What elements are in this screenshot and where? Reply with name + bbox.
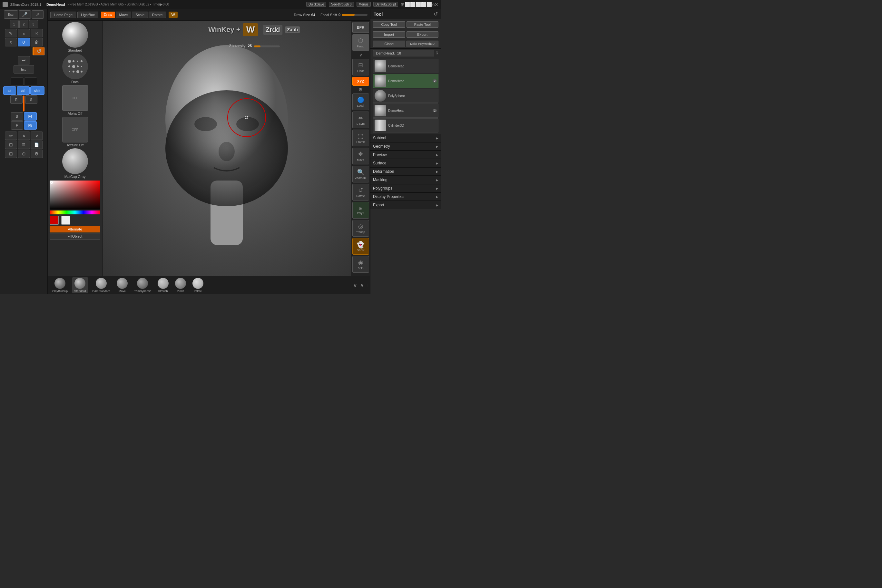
- secondary-swatch[interactable]: [61, 216, 70, 225]
- quicksave-button[interactable]: QuickSave: [306, 2, 326, 7]
- key-win[interactable]: ⊞: [5, 150, 17, 158]
- floor-button[interactable]: ⊟ Floor: [352, 58, 369, 75]
- key-r[interactable]: R: [31, 29, 43, 38]
- brush-claybuildup[interactable]: ClayBuildup: [50, 277, 70, 293]
- subtool-demohead-3[interactable]: DemoHead 2: [373, 104, 438, 118]
- frame-button[interactable]: ⬚ Frame: [352, 130, 369, 146]
- export-button[interactable]: Export: [406, 31, 439, 38]
- standard-brush-item[interactable]: Standard: [49, 22, 101, 52]
- rotate-button[interactable]: Rotate: [148, 12, 166, 18]
- key-chevdn[interactable]: ∨: [31, 132, 43, 140]
- tool-refresh-icon[interactable]: ↺: [434, 11, 438, 17]
- scroll-up-icon[interactable]: ∧: [360, 282, 364, 289]
- home-page-button[interactable]: Home Page: [50, 12, 76, 18]
- key-chevup[interactable]: ∧: [18, 132, 30, 140]
- dots-brush-item[interactable]: Dots: [49, 54, 101, 84]
- alpha-off-item[interactable]: OFF Alpha Off: [49, 85, 101, 116]
- solo-button[interactable]: ◉ Solo: [352, 256, 369, 273]
- brush-pinch[interactable]: Pinch: [173, 277, 188, 293]
- key-trash[interactable]: 🗑: [31, 38, 43, 46]
- polygroups-section[interactable]: Polygroups ▶: [370, 184, 441, 192]
- key-3[interactable]: 3: [29, 20, 38, 28]
- preview-section[interactable]: Preview ▶: [370, 150, 441, 159]
- import-button[interactable]: Import: [373, 31, 405, 38]
- primary-swatch[interactable]: [50, 216, 58, 225]
- mic-key[interactable]: 🎤: [19, 10, 31, 19]
- subtool-section[interactable]: Subtool ▶: [370, 134, 441, 142]
- focal-shift-slider[interactable]: [342, 14, 368, 16]
- brush-standard[interactable]: Standard: [72, 277, 88, 293]
- subtool-demohead-2[interactable]: DemoHead 2: [373, 74, 438, 88]
- overlay-w[interactable]: W: [169, 12, 177, 18]
- brush-move[interactable]: Move: [115, 277, 130, 293]
- rotate-view-button[interactable]: ↺ Rotate: [352, 184, 369, 201]
- subtool-demohead-1[interactable]: DemoHead: [373, 59, 438, 73]
- subtool-polysphere[interactable]: PolySphere: [373, 88, 438, 103]
- key-undo[interactable]: ↩: [18, 56, 30, 64]
- tool-reset-button[interactable]: R: [435, 51, 438, 56]
- key-1[interactable]: 1: [10, 20, 19, 28]
- lsym-button[interactable]: ⇔ L Sym: [352, 111, 369, 128]
- polyf-button[interactable]: ⊞ PolyF: [352, 202, 369, 219]
- color-picker-section[interactable]: Alternate FillObject: [49, 180, 101, 240]
- surface-section[interactable]: Surface ▶: [370, 159, 441, 167]
- bpr-button[interactable]: BPR: [352, 22, 369, 33]
- key-share[interactable]: ⊟: [5, 141, 17, 149]
- esc-key[interactable]: Esc: [4, 10, 18, 19]
- masking-section[interactable]: Masking ▶: [370, 176, 441, 184]
- key-file[interactable]: 📄: [31, 141, 43, 149]
- arrow-key[interactable]: ↗: [32, 10, 44, 19]
- key-esc2[interactable]: Esc: [14, 65, 34, 74]
- deformation-section[interactable]: Deformation ▶: [370, 167, 441, 176]
- color-gradient[interactable]: [50, 180, 100, 210]
- see-through-button[interactable]: See-through 0: [329, 2, 354, 7]
- brush-hpolish[interactable]: hPolish: [156, 277, 171, 293]
- paste-tool-button[interactable]: Paste Tool: [406, 21, 439, 28]
- fill-object-button[interactable]: FillObject: [50, 233, 100, 240]
- brush-trimdynamic[interactable]: TrimDynamic: [132, 277, 153, 293]
- texture-off-item[interactable]: OFF Texture Off: [49, 117, 101, 147]
- key-2[interactable]: 2: [20, 20, 28, 28]
- local-button[interactable]: 🔵 Local: [352, 93, 369, 110]
- viewport[interactable]: WinKey + W Zrdd Zaub Z Intensity 25 ↺: [102, 21, 351, 276]
- xyz-button[interactable]: XYZ: [352, 77, 369, 86]
- move-view-button[interactable]: ✥ Move: [352, 148, 369, 164]
- tool-name-display[interactable]: DemoHead. 18: [373, 50, 434, 56]
- make-polymesh-button[interactable]: Make PolyMesh3D: [406, 40, 439, 47]
- key-shift[interactable]: shift: [30, 86, 45, 95]
- matcap-item[interactable]: MatCap Gray: [49, 148, 101, 178]
- export-tool-section[interactable]: Export ▶: [370, 201, 441, 209]
- key-f[interactable]: F: [11, 121, 23, 130]
- copy-tool-button[interactable]: Copy Tool: [373, 21, 405, 28]
- draw-button[interactable]: Draw: [101, 12, 115, 18]
- key-b[interactable]: B: [11, 112, 23, 121]
- brush-damstandard[interactable]: DamStandard: [91, 277, 112, 293]
- scroll-down-icon[interactable]: ∨: [353, 282, 357, 289]
- key-s[interactable]: S: [25, 95, 38, 104]
- key-f4[interactable]: F4: [24, 112, 37, 121]
- settings-icon[interactable]: ⚙: [358, 87, 363, 92]
- hue-bar[interactable]: [50, 210, 100, 214]
- key-q[interactable]: Q: [18, 38, 30, 46]
- alternate-button[interactable]: Alternate: [50, 226, 100, 232]
- transp-button[interactable]: ◎ Transp: [352, 220, 369, 237]
- ghost-button[interactable]: 👻 Ghost: [352, 238, 369, 255]
- key-r2[interactable]: R: [10, 95, 22, 104]
- persp-button[interactable]: ⬡ Persp: [352, 34, 369, 51]
- key-brush[interactable]: ✏: [5, 132, 17, 140]
- display-props-section[interactable]: Display Properties ▶: [370, 192, 441, 201]
- scale-button[interactable]: Scale: [132, 12, 148, 18]
- key-e[interactable]: E: [18, 29, 30, 38]
- key-ctrl[interactable]: ctrl: [17, 86, 30, 95]
- clone-button[interactable]: Clone: [373, 40, 405, 47]
- key-w[interactable]: W: [5, 29, 17, 38]
- zoom3d-button[interactable]: 🔍 Zoom3D: [352, 166, 369, 183]
- lightbox-button[interactable]: LightBox: [77, 12, 98, 18]
- script-button[interactable]: DefaultZScript: [373, 2, 398, 7]
- geometry-section[interactable]: Geometry ▶: [370, 142, 441, 150]
- key-menu[interactable]: ≡: [18, 141, 30, 149]
- persp-toggle[interactable]: ∨: [359, 52, 362, 57]
- subtool-cylinder3d[interactable]: Cylinder3D: [373, 118, 438, 132]
- key-rotate[interactable]: ↺: [33, 47, 45, 56]
- brush-inflate[interactable]: Inflate: [190, 277, 206, 293]
